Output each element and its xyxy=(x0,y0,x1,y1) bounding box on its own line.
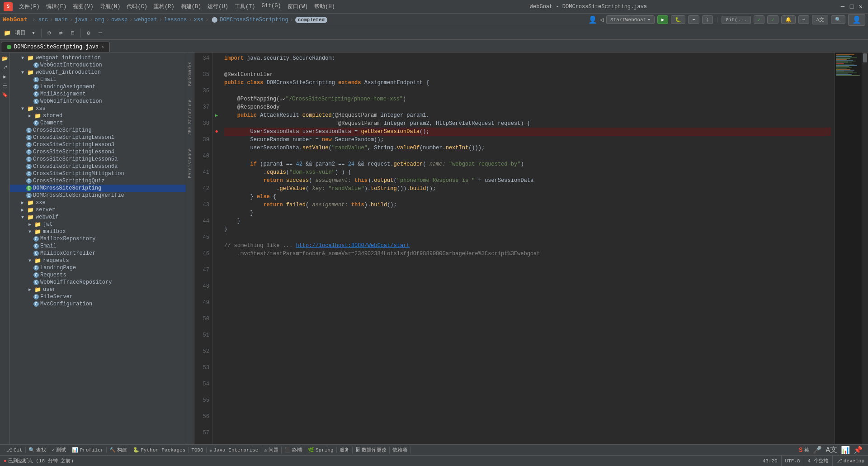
project-label-btn[interactable]: 项目 xyxy=(13,28,28,38)
coverage-button[interactable]: ☂ xyxy=(688,15,699,24)
tree-item-xss-lesson1[interactable]: C CrossSiteScriptingLesson1 xyxy=(10,134,186,141)
add-icon[interactable]: ⊕ xyxy=(44,28,55,38)
breadcrumb-owasp[interactable]: owasp xyxy=(111,17,127,23)
tree-item-xss-lesson6a[interactable]: C CrossSiteScriptingLesson6a xyxy=(10,163,186,170)
nav-avatar-icon[interactable]: 👤 xyxy=(588,15,597,24)
status-spring[interactable]: 🌿 Spring xyxy=(305,447,337,453)
menu-edit[interactable]: 编辑(E) xyxy=(43,2,70,11)
gutter-line41-run[interactable]: ▶ xyxy=(213,111,220,119)
tree-item-user[interactable]: ▶ 📁 user xyxy=(10,286,186,293)
tree-item-email[interactable]: C Email xyxy=(10,76,186,83)
status-chart-icon[interactable]: 📊 xyxy=(839,446,852,455)
tree-item-comment[interactable]: C Comment xyxy=(10,119,186,127)
menu-run[interactable]: 运行(U) xyxy=(205,2,231,11)
bookmarks-label[interactable]: Bookmarks xyxy=(188,62,193,86)
structure-icon[interactable]: ☰ xyxy=(1,81,9,90)
search-icon[interactable]: 🔍 xyxy=(831,15,845,24)
tree-item-mvcconfig[interactable]: C MvcConfiguration xyxy=(10,300,186,308)
tree-item-xss-lesson4[interactable]: C CrossSiteScriptingLesson4 xyxy=(10,148,186,156)
encoding[interactable]: UTF-8 xyxy=(782,456,804,466)
menu-tools[interactable]: 工具(T) xyxy=(232,2,258,11)
tree-item-server[interactable]: ▶ 📁 server xyxy=(10,206,186,214)
collapse-icon[interactable]: ⊟ xyxy=(67,28,78,38)
breadcrumb-main[interactable]: main xyxy=(55,17,68,23)
status-search[interactable]: 🔍 查找 xyxy=(26,447,49,453)
tree-item-webwolf[interactable]: ▼ 📁 webwolf xyxy=(10,214,186,221)
scrollbar[interactable] xyxy=(862,52,868,444)
menu-window[interactable]: 窗口(W) xyxy=(285,2,311,11)
jpa-structure-label[interactable]: JPA Structure xyxy=(188,100,193,135)
status-services[interactable]: 服务 xyxy=(337,447,353,453)
undo-icon[interactable]: ↩ xyxy=(798,15,810,24)
git-button[interactable]: Git(... xyxy=(722,16,750,24)
indent-info[interactable]: 4 个空格 xyxy=(804,456,833,466)
settings-icon[interactable]: ⚙ xyxy=(83,28,94,38)
status-java-enterprise[interactable]: ☕ Java Enterprise xyxy=(207,447,262,453)
status-mic-icon[interactable]: 🎤 xyxy=(811,446,824,455)
breadcrumb-org[interactable]: org xyxy=(94,17,104,23)
debug-button[interactable]: 🐛 xyxy=(671,15,685,24)
tree-item-mailbox-ctrl[interactable]: C MailboxController xyxy=(10,250,186,257)
persistence-label[interactable]: Persistence xyxy=(188,148,193,178)
status-todo[interactable]: TODO xyxy=(189,447,206,453)
dropdown-icon[interactable]: ▾ xyxy=(28,28,39,38)
check2[interactable]: ✓ xyxy=(767,15,778,24)
breadcrumb-domxss[interactable]: DOMCrossSiteScripting xyxy=(220,17,288,23)
breadcrumb-src[interactable]: src xyxy=(38,17,48,23)
breadcrumb-xss[interactable]: xss xyxy=(194,17,204,23)
menu-build[interactable]: 构建(B) xyxy=(178,2,204,11)
tree-item-domxss-verify[interactable]: C DOMCrossSiteScriptingVerifie xyxy=(10,192,186,199)
breakpoint-status[interactable]: ● 已到达断点 (18 分钟 之前) xyxy=(0,456,77,466)
minimize-button[interactable]: ─ xyxy=(839,3,846,10)
breadcrumb-java[interactable]: java xyxy=(75,17,88,23)
tree-item-jwt[interactable]: ▶ 📁 jwt xyxy=(10,221,186,228)
menu-file[interactable]: 文件(F) xyxy=(16,2,42,11)
code-editor[interactable]: import java.security.SecureRandom; @Rest… xyxy=(221,52,835,444)
breadcrumb-webgoat[interactable]: webgoat xyxy=(134,17,157,23)
status-python[interactable]: 🐍 Python Packages xyxy=(130,447,189,453)
tree-item-webwolf-trace[interactable]: C WebWolfTraceRepository xyxy=(10,279,186,286)
tree-item-mailbox[interactable]: ▼ 📁 mailbox xyxy=(10,228,186,235)
tree-item-xss-quiz[interactable]: C CrossSiteScriptingQuiz xyxy=(10,177,186,185)
run-config-button[interactable]: StartWebGoat ▾ xyxy=(606,15,655,24)
user-icon2[interactable]: 👤 xyxy=(848,14,865,26)
menu-nav[interactable]: 导航(N) xyxy=(97,2,123,11)
tree-item-xxe[interactable]: ▶ 📁 xxe xyxy=(10,199,186,206)
menu-code[interactable]: 代码(C) xyxy=(124,2,150,11)
tree-item-requests-class[interactable]: C Requests xyxy=(10,271,186,279)
check-mark[interactable]: ✓ xyxy=(754,15,765,24)
tree-item-xss-class1[interactable]: C CrossSiteScripting xyxy=(10,127,186,134)
menu-view[interactable]: 视图(V) xyxy=(70,2,96,11)
tree-item-requests[interactable]: ▼ 📁 requests xyxy=(10,257,186,264)
branch-info[interactable]: ⎇ develop xyxy=(833,456,868,466)
tree-item-webgoat-intro-class[interactable]: C WebGoatIntroduction xyxy=(10,62,186,69)
tree-item-xss-lesson5a[interactable]: C CrossSiteScriptingLesson5a xyxy=(10,156,186,163)
tree-item-domxss[interactable]: C DOMCrossSiteScripting xyxy=(10,185,186,192)
run-debug-icon[interactable]: ▶ xyxy=(1,72,9,81)
status-translate-icon2[interactable]: A文 xyxy=(824,445,839,455)
tree-item-webgoat-intro[interactable]: ▼ 📁 webgoat_introduction xyxy=(10,54,186,62)
status-build[interactable]: 🔨 构建 xyxy=(107,447,130,453)
tree-item-webwolf-intro-class[interactable]: C WebWolfIntroduction xyxy=(10,98,186,105)
tree-item-xss-lesson3[interactable]: C CrossSiteScriptingLesson3 xyxy=(10,141,186,148)
tree-item-landing[interactable]: C LandingAssignment xyxy=(10,83,186,90)
tree-item-stored[interactable]: ▶ 📁 stored xyxy=(10,112,186,119)
bell-icon[interactable]: 🔔 xyxy=(781,15,796,24)
cursor-position[interactable]: 43:20 xyxy=(759,456,782,466)
sync-icon[interactable]: ⇄ xyxy=(56,28,66,38)
project-tree-icon[interactable]: 📂 xyxy=(1,54,9,62)
menu-git[interactable]: Git(G) xyxy=(259,2,283,11)
tab-domxss[interactable]: DOMCrossSiteScripting.java × xyxy=(1,42,110,52)
maximize-button[interactable]: □ xyxy=(848,3,855,10)
tab-close-button[interactable]: × xyxy=(101,45,104,50)
tree-item-webwolf-intro[interactable]: ▼ 📁 webwolf_introduction xyxy=(10,69,186,76)
tree-item-xss-mitigation[interactable]: C CrossSiteScriptingMitigation xyxy=(10,170,186,177)
tree-item-xss[interactable]: ▼ 📁 xss xyxy=(10,105,186,112)
status-git[interactable]: ⎇ Git xyxy=(4,447,26,453)
hide-icon[interactable]: ─ xyxy=(95,28,106,38)
menu-refactor[interactable]: 重构(R) xyxy=(151,2,177,11)
status-test[interactable]: ✓ 测试 xyxy=(49,447,70,453)
step-over-button[interactable]: ⤵ xyxy=(702,15,713,24)
breadcrumb-lessons[interactable]: lessons xyxy=(164,17,187,23)
tree-item-mail[interactable]: C MailAssignment xyxy=(10,90,186,98)
